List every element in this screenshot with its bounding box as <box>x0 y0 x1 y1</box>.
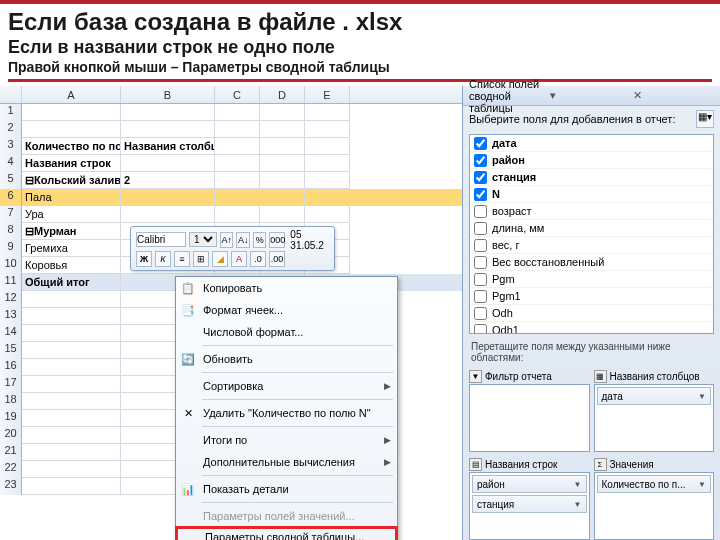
cell[interactable] <box>22 427 121 444</box>
table-row[interactable]: 5⊟Кольский залив2 <box>0 172 462 189</box>
cell[interactable] <box>22 104 121 121</box>
table-row[interactable]: 2 <box>0 121 462 138</box>
cell[interactable] <box>215 138 260 155</box>
chip-dropdown-icon[interactable]: ▼ <box>574 480 582 489</box>
cell[interactable] <box>260 172 305 189</box>
col-header[interactable]: D <box>260 86 305 103</box>
col-header[interactable]: E <box>305 86 350 103</box>
cell[interactable] <box>260 104 305 121</box>
cell[interactable] <box>305 121 350 138</box>
field-checkbox[interactable] <box>474 171 487 184</box>
cell[interactable]: Коровья <box>22 257 121 274</box>
cell[interactable] <box>22 376 121 393</box>
table-row[interactable]: 1 <box>0 104 462 121</box>
row-header[interactable]: 6 <box>0 189 22 206</box>
cell[interactable]: Гремиха <box>22 240 121 257</box>
cell[interactable] <box>260 121 305 138</box>
column-headers[interactable]: ABCDE <box>0 86 462 104</box>
row-header[interactable]: 20 <box>0 427 22 444</box>
cell[interactable] <box>215 172 260 189</box>
cell[interactable]: Ура <box>22 206 121 223</box>
cell[interactable] <box>121 206 215 223</box>
bold-icon[interactable]: Ж <box>136 251 152 267</box>
context-menu-item[interactable]: Параметры сводной таблицы... <box>175 526 398 540</box>
row-header[interactable]: 3 <box>0 138 22 155</box>
grow-font-icon[interactable]: A↑ <box>220 232 233 248</box>
field-item[interactable]: Odh <box>470 305 713 322</box>
row-header[interactable]: 19 <box>0 410 22 427</box>
cell[interactable] <box>22 359 121 376</box>
cell[interactable] <box>22 478 121 495</box>
field-item[interactable]: Pgm <box>470 271 713 288</box>
cell[interactable]: Общий итог <box>22 274 121 291</box>
field-checkbox[interactable] <box>474 324 487 335</box>
cell[interactable] <box>22 342 121 359</box>
field-checkbox[interactable] <box>474 290 487 303</box>
vals-area[interactable]: Количество по п...▼ <box>594 472 715 540</box>
row-header[interactable]: 10 <box>0 257 22 274</box>
cell[interactable] <box>260 155 305 172</box>
field-item[interactable]: Вес восстановленный <box>470 254 713 271</box>
decimal-dec-icon[interactable]: .00 <box>269 251 285 267</box>
font-color-icon[interactable]: A <box>231 251 247 267</box>
field-list[interactable]: датарайонстанцияNвозрастдлина, ммвес, гВ… <box>469 134 714 334</box>
row-header[interactable]: 11 <box>0 274 22 291</box>
field-item[interactable]: Odh1 <box>470 322 713 334</box>
area-chip[interactable]: дата▼ <box>597 387 712 405</box>
cell[interactable] <box>121 189 215 206</box>
cell[interactable] <box>22 121 121 138</box>
row-header[interactable]: 14 <box>0 325 22 342</box>
close-icon[interactable]: ✕ <box>630 89 714 102</box>
shrink-font-icon[interactable]: A↓ <box>236 232 249 248</box>
cell[interactable] <box>215 155 260 172</box>
cell[interactable] <box>305 104 350 121</box>
cell[interactable] <box>121 155 215 172</box>
row-header[interactable]: 16 <box>0 359 22 376</box>
cell[interactable] <box>22 393 121 410</box>
chip-dropdown-icon[interactable]: ▼ <box>698 480 706 489</box>
context-menu-item[interactable]: Дополнительные вычисления▶ <box>176 451 397 473</box>
cell[interactable]: Пала <box>22 189 121 206</box>
table-row[interactable]: 7 Ура <box>0 206 462 223</box>
field-checkbox[interactable] <box>474 222 487 235</box>
row-header[interactable]: 18 <box>0 393 22 410</box>
row-header[interactable]: 1 <box>0 104 22 121</box>
field-checkbox[interactable] <box>474 188 487 201</box>
col-header[interactable] <box>0 86 22 103</box>
cell[interactable]: Количество по полю N <box>22 138 121 155</box>
col-header[interactable]: B <box>121 86 215 103</box>
pivot-field-pane[interactable]: Список полей сводной таблицы ▾ ✕ Выберит… <box>462 86 720 540</box>
field-checkbox[interactable] <box>474 205 487 218</box>
row-header[interactable]: 2 <box>0 121 22 138</box>
comma-icon[interactable]: 000 <box>269 232 285 248</box>
row-header[interactable]: 23 <box>0 478 22 495</box>
cell[interactable]: Названия строк <box>22 155 121 172</box>
cell[interactable] <box>22 325 121 342</box>
worksheet[interactable]: ABCDE 123Количество по полю NНазвания ст… <box>0 86 462 540</box>
font-input[interactable] <box>136 232 186 247</box>
decimal-inc-icon[interactable]: .0 <box>250 251 266 267</box>
cell[interactable] <box>305 189 350 206</box>
cell[interactable] <box>305 172 350 189</box>
context-menu-item[interactable]: Числовой формат... <box>176 321 397 343</box>
cell[interactable]: 2 <box>121 172 215 189</box>
context-menu-item[interactable]: 📊Показать детали <box>176 478 397 500</box>
field-item[interactable]: станция <box>470 169 713 186</box>
cell[interactable] <box>260 206 305 223</box>
cell[interactable] <box>215 189 260 206</box>
field-checkbox[interactable] <box>474 137 487 150</box>
context-menu-item[interactable]: Итоги по▶ <box>176 429 397 451</box>
cell[interactable] <box>305 155 350 172</box>
field-item[interactable]: район <box>470 152 713 169</box>
area-chip[interactable]: Количество по п...▼ <box>597 475 712 493</box>
cell[interactable]: ⊟Кольский залив <box>22 172 121 189</box>
mini-toolbar[interactable]: 11 A↑ A↓ % 000 05 31.05.2 Ж К ≡ ⊞ ◢ A .0… <box>130 226 335 271</box>
cell[interactable] <box>22 461 121 478</box>
field-item[interactable]: дата <box>470 135 713 152</box>
col-header[interactable]: A <box>22 86 121 103</box>
cell[interactable] <box>260 138 305 155</box>
area-chip[interactable]: станция▼ <box>472 495 587 513</box>
table-row[interactable]: 4Названия строк <box>0 155 462 172</box>
fill-color-icon[interactable]: ◢ <box>212 251 228 267</box>
field-checkbox[interactable] <box>474 239 487 252</box>
